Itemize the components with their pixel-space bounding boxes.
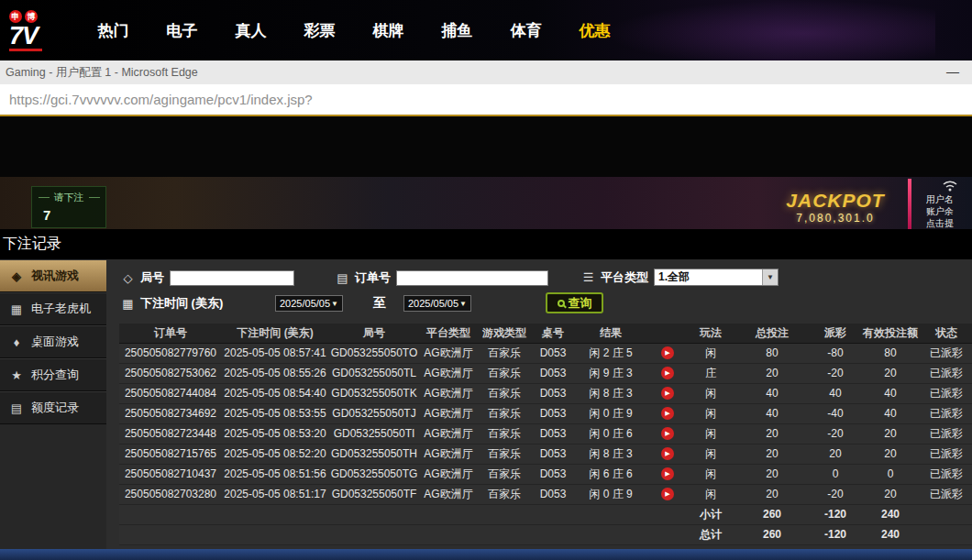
play-video-button[interactable]: ▶ bbox=[661, 427, 674, 440]
cell-game-type: 百家乐 bbox=[477, 363, 532, 383]
cell-total-bet: 40 bbox=[734, 383, 811, 403]
nav-item-真人[interactable]: 真人 bbox=[216, 20, 285, 41]
status-badge: 已派彩 bbox=[921, 403, 972, 423]
summary-total-bet: 260 bbox=[734, 504, 811, 524]
cell-platform: AG欧洲厅 bbox=[420, 444, 477, 464]
sidebar-item-额度记录[interactable]: ▤额度记录 bbox=[0, 391, 106, 424]
minimize-button[interactable]: — bbox=[946, 60, 959, 84]
nav-item-捕鱼[interactable]: 捕鱼 bbox=[423, 20, 492, 41]
nav-item-电子[interactable]: 电子 bbox=[148, 20, 216, 41]
nav-decoration bbox=[605, 0, 935, 60]
sidebar-item-桌面游戏[interactable]: ♦桌面游戏 bbox=[0, 325, 106, 358]
cell-result: 闲 0 庄 6 bbox=[574, 423, 647, 444]
cell-payout: -80 bbox=[811, 343, 860, 363]
round-input[interactable] bbox=[170, 270, 294, 286]
brand-logo[interactable]: 申 博 7V bbox=[9, 10, 66, 51]
cell-bet-time: 2025-05-05 08:53:55 bbox=[222, 403, 328, 423]
status-badge: 已派彩 bbox=[921, 484, 972, 504]
play-video-button[interactable]: ▶ bbox=[661, 488, 674, 500]
cell-payout: -40 bbox=[811, 403, 860, 423]
nav-item-体育[interactable]: 体育 bbox=[492, 20, 560, 41]
chevron-down-icon: ▼ bbox=[331, 300, 338, 308]
cell-platform: AG欧洲厅 bbox=[420, 383, 477, 403]
cell-result: 闲 6 庄 6 bbox=[574, 464, 647, 484]
game-stream: 请下注 7 JACKPOT 7,080,301.0 用户名账户余点击提 bbox=[0, 116, 972, 229]
play-video-button[interactable]: ▶ bbox=[661, 447, 674, 460]
column-header: 有效投注额 bbox=[860, 324, 921, 343]
sidebar-item-label: 积分查询 bbox=[31, 367, 79, 383]
document-icon: ▤ bbox=[336, 271, 349, 285]
cell-game-type: 百家乐 bbox=[477, 423, 532, 444]
sidebar-item-电子老虎机[interactable]: ▦电子老虎机 bbox=[0, 292, 106, 325]
cell-valid-bet: 20 bbox=[860, 484, 921, 504]
sidebar-item-积分查询[interactable]: ★积分查询 bbox=[0, 358, 106, 391]
cell-bet-time: 2025-05-05 08:51:56 bbox=[222, 464, 328, 484]
cell-game-type: 百家乐 bbox=[477, 464, 532, 484]
sidebar-item-icon: ◈ bbox=[9, 269, 24, 283]
search-group: 查询 bbox=[546, 292, 603, 313]
main-panel: ◈视讯游戏▦电子老虎机♦桌面游戏★积分查询▤额度记录 ◇ 局号 ▤ 订单号 ☰ … bbox=[0, 259, 972, 549]
content-area: ◇ 局号 ▤ 订单号 ☰ 平台类型 1.全部 ▼ ▦ 下注时间 (美东) bbox=[106, 259, 972, 549]
calendar-icon: ▦ bbox=[121, 297, 135, 311]
logo-badge: 博 bbox=[25, 10, 38, 23]
date-to-select[interactable]: 2025/05/05 ▼ bbox=[403, 295, 471, 312]
nav-item-优惠[interactable]: 优惠 bbox=[560, 20, 629, 41]
cell-valid-bet: 20 bbox=[860, 423, 921, 444]
cell-bet-time: 2025-05-05 08:57:41 bbox=[222, 343, 328, 363]
tag-icon: ◇ bbox=[121, 271, 135, 285]
order-label: 订单号 bbox=[355, 269, 391, 286]
sidebar-item-label: 电子老虎机 bbox=[31, 301, 91, 317]
summary-valid-bet: 240 bbox=[860, 504, 921, 524]
cell-round-no: GD053255050TI bbox=[328, 423, 420, 444]
status-badge: 已派彩 bbox=[921, 343, 972, 363]
bet-time-filter-label: ▦ 下注时间 (美东) bbox=[121, 295, 223, 312]
cell-replay: ▶ bbox=[647, 484, 688, 504]
stream-divider bbox=[908, 179, 911, 229]
order-input[interactable] bbox=[396, 270, 548, 286]
page-title: 下注记录 bbox=[0, 229, 972, 259]
nav-item-热门[interactable]: 热门 bbox=[79, 20, 148, 41]
sidebar-item-视讯游戏[interactable]: ◈视讯游戏 bbox=[0, 259, 106, 292]
column-header: 玩法 bbox=[688, 324, 734, 343]
platform-select[interactable]: 1.全部 ▼ bbox=[654, 269, 779, 286]
top-navigation: 申 博 7V 热门电子真人彩票棋牌捕鱼体育优惠 bbox=[0, 0, 972, 60]
logo-text: 7V bbox=[9, 24, 66, 48]
column-header: 桌号 bbox=[532, 324, 574, 343]
column-header: 总投注 bbox=[734, 324, 811, 343]
cell-bet-time: 2025-05-05 08:52:20 bbox=[222, 444, 328, 464]
url-text[interactable]: https://gci.7vvvvvv.com/agingame/pcv1/in… bbox=[9, 92, 313, 107]
status-badge: 已派彩 bbox=[921, 363, 972, 383]
cell-replay: ▶ bbox=[647, 464, 688, 484]
cell-payout: -20 bbox=[811, 484, 860, 504]
play-video-button[interactable]: ▶ bbox=[661, 467, 674, 480]
window-titlebar: Gaming - 用户配置 1 - Microsoft Edge — bbox=[0, 60, 972, 84]
nav-item-棋牌[interactable]: 棋牌 bbox=[354, 20, 423, 41]
address-bar[interactable]: https://gci.7vvvvvv.com/agingame/pcv1/in… bbox=[0, 84, 972, 115]
cell-bet-side: 闲 bbox=[688, 444, 734, 464]
nav-item-彩票[interactable]: 彩票 bbox=[285, 20, 354, 41]
topnav-items: 热门电子真人彩票棋牌捕鱼体育优惠 bbox=[79, 20, 629, 41]
search-icon bbox=[558, 300, 565, 307]
chevron-down-icon: ▼ bbox=[459, 300, 467, 308]
user-info-line: 账户余 bbox=[926, 205, 970, 217]
cell-round-no: GD053255050TK bbox=[328, 383, 420, 403]
jackpot-display: JACKPOT 7,080,301.0 bbox=[757, 190, 913, 225]
chevron-down-icon: ▼ bbox=[762, 269, 778, 285]
cell-table-no: D053 bbox=[532, 484, 574, 504]
cell-valid-bet: 20 bbox=[860, 363, 921, 383]
table-row: 2505050827157652025-05-05 08:52:20GD0532… bbox=[119, 444, 972, 464]
play-video-button[interactable]: ▶ bbox=[661, 387, 674, 400]
cell-order-no: 250505082744084 bbox=[119, 383, 222, 403]
status-badge: 已派彩 bbox=[921, 464, 972, 484]
search-button[interactable]: 查询 bbox=[546, 292, 603, 313]
play-video-button[interactable]: ▶ bbox=[661, 346, 674, 359]
cell-replay: ▶ bbox=[647, 423, 688, 444]
cell-platform: AG欧洲厅 bbox=[420, 464, 477, 484]
play-video-button[interactable]: ▶ bbox=[661, 367, 674, 379]
column-header: 下注时间 (美东) bbox=[222, 324, 328, 343]
cell-replay: ▶ bbox=[647, 444, 688, 464]
date-from-select[interactable]: 2025/05/05 ▼ bbox=[275, 295, 343, 312]
cell-payout: -20 bbox=[811, 423, 860, 444]
play-video-button[interactable]: ▶ bbox=[661, 407, 674, 420]
cell-platform: AG欧洲厅 bbox=[420, 484, 477, 504]
